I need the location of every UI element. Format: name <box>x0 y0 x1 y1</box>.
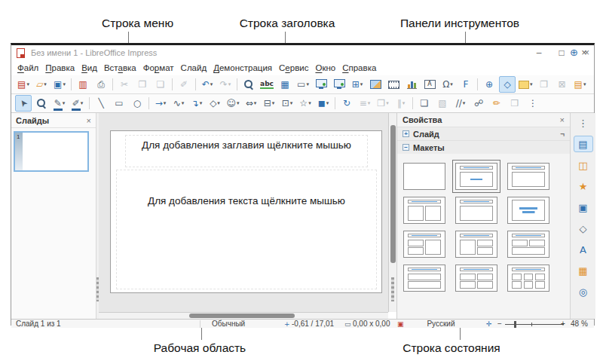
document-modified-icon[interactable]: ▣ <box>397 320 404 329</box>
layout-title-two-content[interactable] <box>400 194 448 227</box>
open-file-button[interactable]: ▱▾ <box>33 76 50 93</box>
insert-comment-button[interactable]: ▾ <box>517 76 534 93</box>
dropdown-arrow-icon[interactable]: ▾ <box>81 100 84 106</box>
clone-formatting-button[interactable]: ✐ <box>176 76 192 93</box>
dropdown-arrow-icon[interactable]: ▾ <box>583 81 586 87</box>
hyperlink-button[interactable]: ⊕ <box>481 76 497 93</box>
fit-slide-icon[interactable]: ✛ <box>486 320 492 329</box>
menu-item-tools[interactable]: Сервис <box>279 62 315 74</box>
dropdown-arrow-icon[interactable]: ▾ <box>360 81 363 87</box>
menu-item-format[interactable]: Формат <box>143 62 181 74</box>
expand-icon[interactable]: + <box>403 130 409 137</box>
dropdown-arrow-icon[interactable]: ▾ <box>403 100 406 106</box>
menu-item-edit[interactable]: Правка <box>45 62 81 74</box>
dropdown-arrow-icon[interactable]: ▾ <box>26 81 29 87</box>
redo-button[interactable]: ↷▾ <box>217 76 234 93</box>
sidebar-tab-navigator[interactable]: ◎ <box>574 283 593 300</box>
spelling-button[interactable]: abc <box>259 76 275 93</box>
copy-button[interactable]: ❐ <box>134 76 151 93</box>
zoom-slider-thumb[interactable] <box>514 321 516 328</box>
close-document-icon[interactable]: × <box>584 47 589 58</box>
zoom-in-button[interactable]: + <box>561 320 565 329</box>
rectangle-button[interactable]: ▭ <box>111 95 127 112</box>
dropdown-arrow-icon[interactable]: ▾ <box>200 100 203 106</box>
dropdown-arrow-icon[interactable]: ▾ <box>306 81 309 87</box>
dropdown-arrow-icon[interactable]: ▾ <box>217 100 220 106</box>
right-splitter-grip[interactable] <box>391 277 394 301</box>
sidebar-tab-sidebar-menu[interactable]: ⋮ <box>574 115 593 131</box>
status-language[interactable]: Русский <box>411 320 471 329</box>
line-color-button[interactable]: ✎▾ <box>51 95 68 112</box>
horizontal-scrollbar-thumb[interactable] <box>189 314 295 318</box>
layout-title-content-2content[interactable] <box>452 228 500 261</box>
dropdown-arrow-icon[interactable]: ▾ <box>463 100 466 106</box>
menu-item-file[interactable]: Файл <box>17 62 45 74</box>
start-from-first-slide-button[interactable] <box>313 76 329 93</box>
dropdown-arrow-icon[interactable]: ▾ <box>63 100 66 106</box>
layout-title-six-content[interactable] <box>504 262 552 295</box>
dropdown-arrow-icon[interactable]: ▾ <box>164 100 167 106</box>
block-arrows-button[interactable]: ⇔▾ <box>243 95 259 112</box>
insert-image-button[interactable] <box>367 76 384 93</box>
dropdown-arrow-icon[interactable]: ▾ <box>290 100 293 106</box>
save-button[interactable]: ▣▾ <box>51 76 68 93</box>
section-layouts[interactable]: − Макеты <box>397 140 570 154</box>
dropdown-arrow-icon[interactable]: ▾ <box>530 81 533 87</box>
sidebar-tab-master-slides[interactable]: ▣ <box>574 199 593 216</box>
toolbar-overflow-button[interactable]: ⋮ <box>525 95 541 112</box>
new-slide-button[interactable]: ▤▾ <box>572 76 589 93</box>
dropdown-arrow-icon[interactable]: ▾ <box>272 100 275 106</box>
paste-button[interactable]: ❏ <box>152 76 169 93</box>
collapse-icon[interactable]: − <box>403 144 409 151</box>
align-objects-button[interactable]: ≡▾ <box>357 95 373 112</box>
insert-table-button[interactable]: ⊞▾ <box>349 76 366 93</box>
edit-points-button[interactable]: ☍ <box>470 95 487 112</box>
dropdown-arrow-icon[interactable]: ▾ <box>450 81 453 87</box>
sidebar-tab-properties[interactable]: ▤ <box>574 136 593 152</box>
zoom-out-button[interactable]: − <box>497 320 502 329</box>
shadow-button[interactable]: ❏ <box>416 95 433 112</box>
sidebar-tab-slide-transition[interactable]: ◫ <box>574 157 593 173</box>
ellipse-button[interactable]: ○ <box>129 95 145 112</box>
layout-title-only[interactable] <box>452 194 500 227</box>
crop-image-button[interactable]: ▧ <box>434 95 451 112</box>
find-replace-button[interactable] <box>240 76 257 93</box>
maximize-button[interactable]: □ <box>553 47 570 59</box>
sidebar-tab-shapes[interactable]: ◇ <box>574 220 593 237</box>
section-slide[interactable]: + Слайд ¬ <box>397 127 570 140</box>
minimize-button[interactable]: – <box>531 47 547 59</box>
menu-item-insert[interactable]: Вставка <box>104 62 143 74</box>
layout-title-content-centered[interactable] <box>452 160 500 193</box>
arrange-objects-button[interactable]: ❐▾ <box>375 95 391 112</box>
slide-thumbnail-1[interactable]: 1 <box>14 131 89 172</box>
display-grid-button[interactable]: ▦ <box>277 76 293 93</box>
zoom-slider[interactable]: − + <box>497 320 565 329</box>
layout-title-content-over-content[interactable] <box>400 262 448 295</box>
lines-and-arrows-button[interactable]: →▾ <box>152 95 169 112</box>
insert-text-box-button[interactable]: A <box>421 76 438 93</box>
dropdown-arrow-icon[interactable]: ▾ <box>308 100 311 106</box>
dropdown-arrow-icon[interactable]: ▾ <box>254 100 257 106</box>
status-zoom-value[interactable]: 48 % <box>571 320 588 329</box>
3d-objects-button[interactable]: ◼▾ <box>315 95 332 112</box>
glue-points-button[interactable]: ✏ <box>488 95 505 112</box>
work-area[interactable]: Для добавления заглавия щёлкните мышью Д… <box>99 113 388 312</box>
menu-item-help[interactable]: Справка <box>342 62 383 74</box>
properties-panel-close-icon[interactable]: × <box>560 115 565 124</box>
slide-canvas[interactable]: Для добавления заглавия щёлкните мышью Д… <box>110 130 382 293</box>
menu-item-slideshow[interactable]: Демонстрация <box>213 62 279 74</box>
status-view-mode[interactable]: Обычный <box>212 320 245 329</box>
menu-item-slide[interactable]: Слайд <box>181 62 214 74</box>
dropdown-arrow-icon[interactable]: ▾ <box>210 81 213 87</box>
distribute-selection-button[interactable]: ∥▾ <box>393 95 409 112</box>
snap-guides-button[interactable]: ▭▾ <box>295 76 311 93</box>
update-indicator-icon[interactable]: ⊕ <box>570 47 578 58</box>
select-button[interactable]: ➤ <box>15 95 32 112</box>
image-filter-button[interactable]: //▾ <box>452 95 469 112</box>
dropdown-arrow-icon[interactable]: ▾ <box>237 100 240 106</box>
flowchart-shapes-button[interactable]: ⊟▾ <box>261 95 277 112</box>
title-placeholder[interactable]: Для добавления заглавия щёлкните мышью <box>125 135 368 167</box>
curves-polygons-button[interactable]: ∿▾ <box>170 95 187 112</box>
duplicate-slide-button[interactable]: ❐ <box>536 76 552 93</box>
dialog-launcher-icon[interactable]: ¬ <box>560 130 565 138</box>
